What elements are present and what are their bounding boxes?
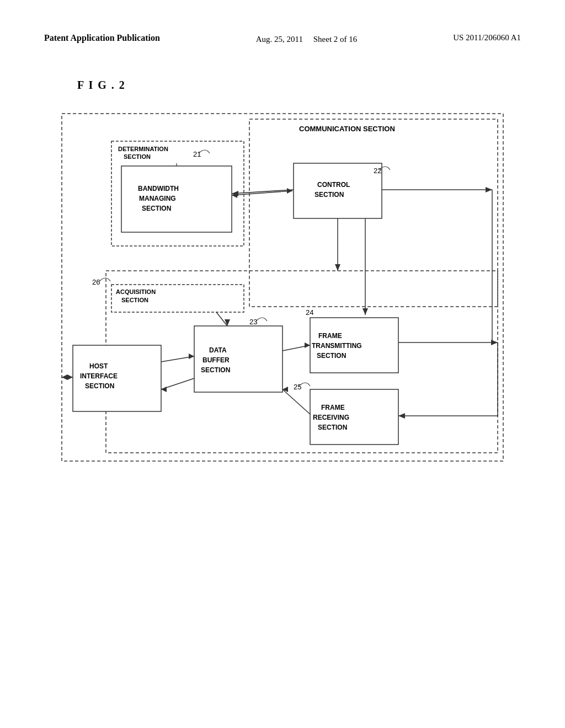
svg-marker-17 xyxy=(67,374,73,380)
comm-section-label: COMMUNICATION SECTION xyxy=(299,125,395,133)
bw-label1: BANDWIDTH xyxy=(138,185,179,192)
svg-marker-16 xyxy=(62,374,67,380)
det-section-label: DETERMINATION xyxy=(118,146,168,152)
svg-marker-37 xyxy=(398,413,405,419)
bw-label2: MANAGING xyxy=(139,195,176,202)
date-label: Aug. 25, 2011 xyxy=(256,35,303,44)
diagram-svg: COMMUNICATION SECTION DETERMINATION SECT… xyxy=(56,108,509,467)
label-24: 24 xyxy=(306,308,313,317)
label-21: 21 xyxy=(193,150,201,158)
label-22: 22 xyxy=(374,167,381,175)
hi-label2: INTERFACE xyxy=(80,372,118,380)
bw-label3: SECTION xyxy=(142,205,171,212)
sheet-label: Sheet 2 of 16 xyxy=(313,35,358,44)
patent-number: US 2011/206060 A1 xyxy=(453,33,521,42)
svg-marker-31 xyxy=(363,308,368,315)
publication-label: Patent Application Publication xyxy=(44,33,160,43)
db-label1: DATA xyxy=(209,346,227,354)
ctrl-label2: SECTION xyxy=(315,191,344,199)
hi-label1: HOST xyxy=(89,362,108,370)
label-25: 25 xyxy=(294,383,301,391)
svg-marker-21 xyxy=(161,387,167,392)
diagram-container: COMMUNICATION SECTION DETERMINATION SECT… xyxy=(56,108,509,469)
acq-label2: SECTION xyxy=(121,297,148,303)
svg-marker-19 xyxy=(189,354,194,359)
svg-line-26 xyxy=(216,312,227,326)
svg-rect-10 xyxy=(106,271,498,453)
svg-marker-33 xyxy=(486,187,492,192)
fr-label2: RECEIVING xyxy=(313,414,349,421)
svg-marker-29 xyxy=(335,264,340,271)
ft-label1: FRAME xyxy=(318,332,342,340)
fr-label3: SECTION xyxy=(318,424,347,431)
acq-label1: ACQUISITION xyxy=(116,288,156,295)
fr-label1: FRAME xyxy=(321,404,345,411)
label-26: 26 xyxy=(92,278,100,286)
svg-text:SECTION: SECTION xyxy=(124,153,151,160)
svg-marker-23 xyxy=(305,342,310,348)
ft-label3: SECTION xyxy=(317,352,346,360)
page: Patent Application Publication Aug. 25, … xyxy=(0,0,565,728)
db-label3: SECTION xyxy=(201,366,230,374)
page-header: Patent Application Publication Aug. 25, … xyxy=(44,33,521,46)
svg-rect-4 xyxy=(121,166,232,232)
label-23: 23 xyxy=(249,318,257,326)
figure-label: F I G . 2 xyxy=(77,79,521,92)
db-label2: BUFFER xyxy=(202,356,230,364)
svg-marker-7 xyxy=(287,188,292,194)
hi-label3: SECTION xyxy=(85,382,114,390)
ctrl-label1: CONTROL xyxy=(317,181,350,189)
header-center: Aug. 25, 2011 Sheet 2 of 16 xyxy=(256,33,358,46)
svg-line-24 xyxy=(282,389,310,414)
svg-marker-27 xyxy=(225,319,230,326)
ft-label2: TRANSMITTING xyxy=(312,342,362,350)
